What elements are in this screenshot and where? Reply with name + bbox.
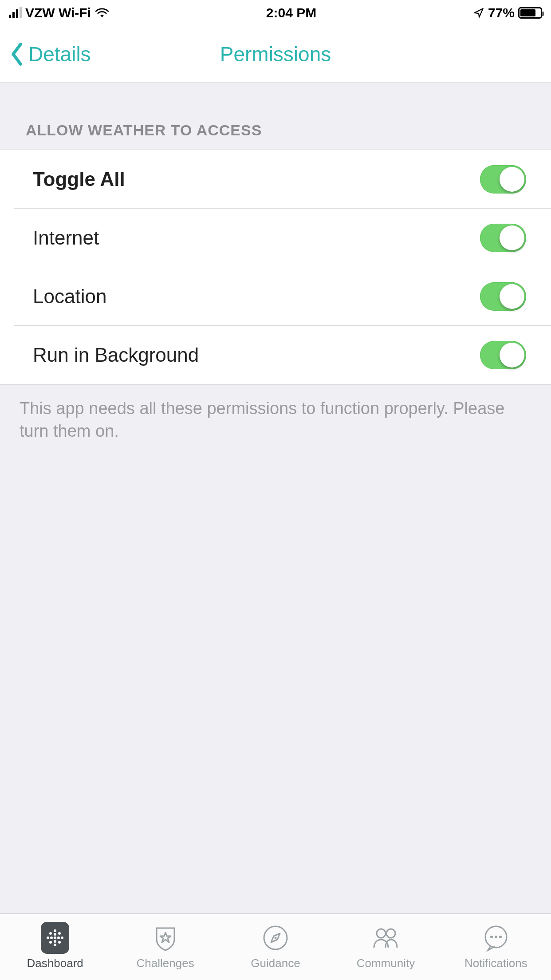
compass-icon	[261, 924, 290, 952]
battery-icon	[518, 7, 542, 19]
back-button[interactable]: Details	[0, 42, 91, 67]
content-area: ALLOW WEATHER TO ACCESS Toggle All Inter…	[0, 83, 551, 913]
battery-percent: 77%	[488, 5, 515, 20]
row-label: Location	[33, 285, 106, 308]
back-label: Details	[28, 42, 91, 66]
status-right: 77%	[473, 5, 542, 20]
row-label: Internet	[33, 227, 99, 249]
svg-point-14	[275, 937, 277, 939]
row-location: Location	[0, 267, 551, 326]
svg-point-3	[61, 937, 63, 939]
speech-dots-icon	[482, 924, 510, 952]
tab-notifications[interactable]: Notifications	[441, 914, 551, 980]
permissions-list: Toggle All Internet Location Run in Back…	[0, 150, 551, 385]
people-icon	[371, 924, 400, 952]
toggle-location-switch[interactable]	[480, 282, 526, 311]
tab-label: Dashboard	[27, 956, 83, 970]
shield-star-icon	[151, 924, 180, 952]
tab-guidance[interactable]: Guidance	[220, 914, 331, 980]
svg-point-10	[54, 940, 56, 943]
row-label: Toggle All	[33, 168, 125, 190]
svg-point-7	[49, 941, 52, 944]
page-title: Permissions	[220, 42, 331, 66]
svg-point-4	[54, 937, 56, 939]
svg-point-20	[499, 936, 502, 938]
svg-point-6	[58, 932, 61, 935]
tab-community[interactable]: Community	[331, 914, 441, 980]
nav-bar: Details Permissions	[0, 26, 551, 83]
row-run-background: Run in Background	[0, 326, 551, 384]
wifi-icon	[94, 8, 110, 18]
tab-challenges[interactable]: Challenges	[110, 914, 220, 980]
svg-point-12	[57, 937, 60, 939]
row-internet: Internet	[0, 209, 551, 267]
svg-point-15	[377, 929, 386, 938]
footer-note: This app needs all these permissions to …	[0, 385, 551, 455]
svg-point-1	[54, 944, 56, 946]
chevron-left-icon	[9, 42, 25, 67]
toggle-all-switch[interactable]	[480, 165, 526, 194]
carrier-label: VZW Wi-Fi	[25, 5, 91, 20]
status-left: VZW Wi-Fi	[9, 5, 110, 20]
svg-point-11	[50, 937, 53, 939]
row-label: Run in Background	[33, 344, 199, 366]
svg-point-18	[490, 936, 493, 938]
tab-dashboard[interactable]: Dashboard	[0, 914, 110, 980]
section-header: ALLOW WEATHER TO ACCESS	[0, 83, 551, 150]
row-toggle-all: Toggle All	[0, 150, 551, 209]
svg-point-5	[49, 932, 52, 935]
tab-label: Challenges	[137, 956, 194, 970]
status-time: 2:04 PM	[266, 5, 316, 20]
toggle-internet-switch[interactable]	[480, 224, 526, 252]
tab-bar: Dashboard Challenges Guidance	[0, 913, 551, 980]
status-bar: VZW Wi-Fi 2:04 PM 77%	[0, 0, 551, 26]
svg-point-19	[495, 936, 497, 938]
tab-label: Guidance	[251, 956, 300, 970]
dashboard-icon	[41, 924, 69, 952]
svg-point-2	[47, 937, 49, 939]
cellular-signal-icon	[9, 8, 22, 18]
tab-label: Community	[357, 956, 415, 970]
svg-point-0	[54, 929, 56, 932]
tab-label: Notifications	[464, 956, 527, 970]
toggle-background-switch[interactable]	[480, 341, 526, 369]
svg-point-16	[386, 929, 395, 938]
svg-point-8	[58, 941, 61, 944]
location-arrow-icon	[473, 7, 484, 19]
svg-point-9	[54, 933, 56, 936]
